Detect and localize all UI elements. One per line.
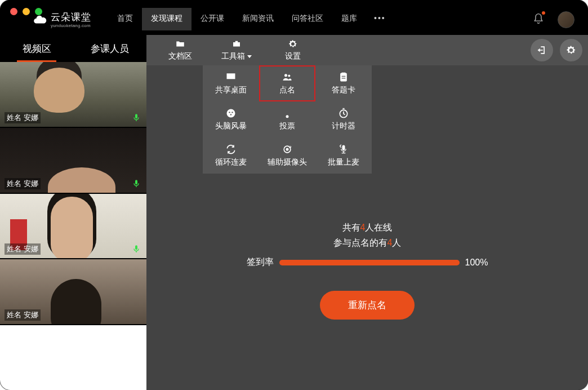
settings-button[interactable]: 设置 <box>265 37 321 64</box>
nav-qa-community[interactable]: 问答社区 <box>283 8 332 30</box>
app-body: 视频区 参课人员 姓名 安娜 姓名 安娜 姓名 安娜 <box>0 35 588 390</box>
top-right <box>533 11 574 28</box>
participant-name: 姓名 安娜 <box>5 243 41 255</box>
tool-label: 共享桌面 <box>215 85 247 95</box>
maximize-dot[interactable] <box>35 8 42 15</box>
toolbox-button[interactable]: 工具箱 <box>208 37 265 64</box>
nav-discover-courses[interactable]: 发现课程 <box>142 8 191 30</box>
svg-point-11 <box>286 148 289 151</box>
config-button[interactable] <box>560 39 582 61</box>
toolbox-label: 工具箱 <box>221 51 252 61</box>
video-tile[interactable]: 姓名 安娜 <box>0 259 146 324</box>
svg-point-5 <box>229 112 230 113</box>
window-traffic-lights <box>10 8 42 15</box>
svg-rect-2 <box>340 73 347 82</box>
attend-stat: 参与点名的有4人 <box>333 237 402 249</box>
toolbox-icon <box>231 39 242 49</box>
card-icon <box>337 72 350 83</box>
exit-button[interactable] <box>531 39 553 61</box>
nav-news[interactable]: 新闻资讯 <box>233 8 283 30</box>
gear-icon <box>565 45 577 56</box>
notification-dot <box>542 11 545 15</box>
nav-open-courses[interactable]: 公开课 <box>191 8 233 30</box>
svg-rect-3 <box>342 73 346 74</box>
progress-track <box>279 260 460 265</box>
participant-name: 姓名 安娜 <box>5 178 41 189</box>
tool-label: 计时器 <box>332 121 355 131</box>
mic-on-icon <box>132 113 141 122</box>
tool-label: 批量上麦 <box>328 157 359 167</box>
user-avatar[interactable] <box>558 11 574 28</box>
people-icon <box>281 72 293 83</box>
checkin-rate: 签到率 100% <box>247 256 488 268</box>
svg-point-6 <box>231 112 233 113</box>
doc-area-label: 文档区 <box>168 51 192 61</box>
brain-icon <box>225 108 237 119</box>
doc-area-button[interactable]: 文档区 <box>152 37 208 64</box>
share-icon <box>225 72 237 83</box>
tool-brainstorm[interactable]: 头脑风暴 <box>203 101 259 138</box>
tab-video-area[interactable]: 视频区 <box>0 37 73 61</box>
vote-icon <box>281 108 293 119</box>
participant-name: 姓名 安娜 <box>5 309 41 321</box>
top-nav: 首页 发现课程 公开课 新闻资讯 问答社区 题库 ••• <box>108 8 394 30</box>
nav-question-bank[interactable]: 题库 <box>332 8 366 30</box>
settings-label: 设置 <box>285 51 301 61</box>
tool-roll-call[interactable]: 点名 <box>259 65 315 101</box>
tab-participants[interactable]: 参课人员 <box>73 37 146 61</box>
logo-text: 云朵课堂 <box>51 11 91 24</box>
tool-vote[interactable]: 投票 <box>259 101 315 138</box>
tool-share-desktop[interactable]: 共享桌面 <box>203 65 259 101</box>
tool-label: 循环连麦 <box>215 157 247 167</box>
sidebar-tabs: 视频区 参课人员 <box>0 35 146 62</box>
video-tile[interactable]: 姓名 安娜 <box>0 62 146 127</box>
video-tile[interactable]: 姓名 安娜 <box>0 128 146 193</box>
minimize-dot[interactable] <box>23 8 30 15</box>
toolbox-dropdown: 共享桌面 点名 答题卡 头脑风暴 投票 <box>203 65 372 174</box>
tool-label: 头脑风暴 <box>215 121 247 131</box>
mic-on-icon <box>132 179 141 188</box>
nav-home[interactable]: 首页 <box>108 8 142 30</box>
top-bar: 云朵课堂 yunduoketang.com 首页 发现课程 公开课 新闻资讯 问… <box>0 0 588 35</box>
tool-aux-camera[interactable]: 辅助摄像头 <box>259 138 315 174</box>
logo-subtitle: yunduoketang.com <box>51 23 91 28</box>
sidebar: 视频区 参课人员 姓名 安娜 姓名 安娜 姓名 安娜 <box>0 35 146 390</box>
tool-batch-mic[interactable]: 批量上麦 <box>315 138 372 174</box>
tool-label: 投票 <box>279 121 295 131</box>
main-toolbar: 文档区 工具箱 设置 <box>146 35 588 65</box>
rate-percent: 100% <box>465 258 488 268</box>
notifications-button[interactable] <box>533 12 544 27</box>
timer-icon <box>337 108 350 119</box>
tool-answer-card[interactable]: 答题卡 <box>315 65 372 101</box>
svg-point-4 <box>227 109 235 118</box>
rate-label: 签到率 <box>247 256 274 268</box>
main-area: 文档区 工具箱 设置 <box>146 35 588 390</box>
svg-point-1 <box>288 75 290 77</box>
tool-timer[interactable]: 计时器 <box>315 101 372 138</box>
mic-on-icon <box>132 245 141 254</box>
svg-point-0 <box>284 74 287 77</box>
video-list: 姓名 安娜 姓名 安娜 姓名 安娜 姓名 安娜 <box>0 62 146 390</box>
video-tile[interactable]: 姓名 安娜 <box>0 194 146 259</box>
folder-icon <box>175 39 186 49</box>
video-tile-empty <box>0 325 146 390</box>
gear-icon <box>287 39 299 49</box>
chevron-down-icon <box>247 55 252 58</box>
camera-icon <box>281 144 293 155</box>
svg-point-7 <box>230 114 231 115</box>
svg-point-8 <box>286 115 289 118</box>
tool-label: 点名 <box>279 85 295 95</box>
app-window: 云朵课堂 yunduoketang.com 首页 发现课程 公开课 新闻资讯 问… <box>0 0 588 390</box>
tool-label: 答题卡 <box>332 85 355 95</box>
exit-icon <box>536 45 547 56</box>
online-stat: 共有4人在线 <box>342 222 393 234</box>
batch-mic-icon <box>337 144 350 155</box>
tool-loop-mic[interactable]: 循环连麦 <box>203 138 259 174</box>
participant-name: 姓名 安娜 <box>5 112 41 123</box>
progress-bar <box>279 260 460 265</box>
close-dot[interactable] <box>10 8 17 15</box>
redo-roll-call-button[interactable]: 重新点名 <box>320 291 415 320</box>
tool-label: 辅助摄像头 <box>268 157 307 167</box>
loop-icon <box>225 144 237 155</box>
nav-more[interactable]: ••• <box>366 8 394 30</box>
